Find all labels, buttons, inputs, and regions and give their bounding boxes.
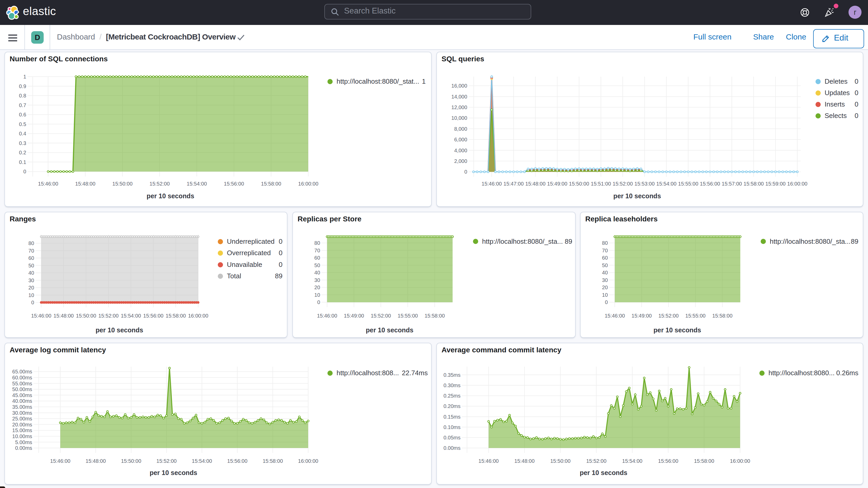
svg-text:45.00ms: 45.00ms — [12, 392, 32, 398]
svg-text:30: 30 — [314, 277, 320, 283]
svg-text:10: 10 — [314, 292, 320, 298]
svg-text:15:52:00: 15:52:00 — [613, 181, 633, 187]
svg-text:12,000: 12,000 — [452, 104, 467, 110]
svg-text:15:50:00: 15:50:00 — [112, 181, 132, 187]
svg-text:0.10ms: 0.10ms — [443, 424, 461, 430]
svg-text:15:55:00: 15:55:00 — [398, 313, 418, 318]
svg-text:0.25ms: 0.25ms — [443, 393, 461, 399]
svg-text:15:46:00: 15:46:00 — [317, 313, 337, 318]
svg-text:50: 50 — [314, 263, 320, 268]
svg-text:0.2: 0.2 — [19, 150, 26, 155]
svg-text:15:46:00: 15:46:00 — [38, 181, 58, 187]
svg-text:0.6: 0.6 — [19, 112, 26, 118]
svg-text:15:52:00: 15:52:00 — [156, 458, 177, 464]
svg-text:0.00ms: 0.00ms — [443, 445, 461, 451]
svg-text:50: 50 — [28, 263, 34, 268]
svg-text:15:54:00: 15:54:00 — [622, 458, 643, 464]
svg-text:15:58:00: 15:58:00 — [165, 313, 186, 318]
svg-text:15:47:00: 15:47:00 — [503, 181, 524, 187]
svg-text:0.7: 0.7 — [19, 102, 26, 108]
svg-text:30: 30 — [28, 277, 34, 283]
svg-text:0: 0 — [31, 300, 34, 305]
svg-text:20: 20 — [602, 284, 608, 290]
svg-text:15:51:00: 15:51:00 — [591, 181, 611, 187]
svg-text:15:50:00: 15:50:00 — [121, 458, 142, 464]
svg-text:0: 0 — [605, 299, 608, 305]
svg-text:per 10 seconds: per 10 seconds — [150, 469, 197, 476]
svg-text:80: 80 — [602, 240, 608, 246]
svg-text:15:46:00: 15:46:00 — [50, 458, 70, 464]
svg-text:55.00ms: 55.00ms — [12, 381, 32, 387]
svg-text:15:58:00: 15:58:00 — [263, 458, 283, 464]
svg-text:60: 60 — [602, 255, 608, 261]
svg-text:per 10 seconds: per 10 seconds — [580, 469, 627, 476]
svg-text:20: 20 — [314, 284, 320, 290]
svg-text:15:48:00: 15:48:00 — [86, 458, 106, 464]
svg-text:15:46:00: 15:46:00 — [482, 181, 502, 187]
svg-text:40: 40 — [314, 270, 320, 275]
svg-text:16:00:00: 16:00:00 — [787, 181, 807, 187]
svg-text:15:53:00: 15:53:00 — [634, 181, 655, 187]
svg-text:16:00:00: 16:00:00 — [730, 458, 750, 464]
svg-text:70: 70 — [602, 248, 608, 253]
svg-text:50: 50 — [602, 263, 608, 268]
svg-text:30: 30 — [602, 277, 608, 283]
svg-text:0.9: 0.9 — [19, 84, 26, 89]
svg-text:15:58:00: 15:58:00 — [425, 313, 445, 318]
svg-text:15:56:00: 15:56:00 — [700, 181, 720, 187]
svg-text:15:55:00: 15:55:00 — [678, 181, 698, 187]
svg-text:15:50:00: 15:50:00 — [569, 181, 589, 187]
svg-text:0.4: 0.4 — [19, 131, 26, 136]
svg-text:1: 1 — [23, 74, 26, 80]
svg-text:15:52:00: 15:52:00 — [98, 313, 119, 318]
svg-text:15:46:00: 15:46:00 — [478, 458, 499, 464]
svg-text:15:52:00: 15:52:00 — [586, 458, 607, 464]
svg-text:15:59:00: 15:59:00 — [765, 181, 786, 187]
svg-text:15:50:00: 15:50:00 — [550, 458, 570, 464]
svg-text:15:50:00: 15:50:00 — [76, 313, 96, 318]
svg-text:15:56:00: 15:56:00 — [658, 458, 678, 464]
svg-text:0.5: 0.5 — [19, 121, 26, 127]
svg-text:15:49:00: 15:49:00 — [547, 181, 567, 187]
svg-text:per 10 seconds: per 10 seconds — [147, 192, 194, 200]
svg-text:10,000: 10,000 — [452, 115, 467, 121]
svg-text:15:54:00: 15:54:00 — [656, 181, 677, 187]
svg-text:14,000: 14,000 — [452, 94, 467, 99]
svg-text:15:55:00: 15:55:00 — [685, 313, 706, 318]
svg-text:0.3: 0.3 — [19, 140, 26, 146]
svg-text:0.00ms: 0.00ms — [15, 445, 32, 451]
svg-text:15:52:00: 15:52:00 — [658, 313, 679, 318]
svg-text:15:48:00: 15:48:00 — [525, 181, 546, 187]
svg-text:40: 40 — [602, 270, 608, 275]
svg-text:15:46:00: 15:46:00 — [31, 313, 52, 318]
svg-text:20.00ms: 20.00ms — [12, 422, 32, 427]
svg-text:0.35ms: 0.35ms — [443, 372, 461, 378]
svg-text:5.00ms: 5.00ms — [15, 439, 32, 445]
svg-text:70: 70 — [314, 248, 320, 253]
svg-text:15:56:00: 15:56:00 — [143, 313, 163, 318]
svg-text:80: 80 — [314, 240, 320, 246]
svg-text:15:54:00: 15:54:00 — [192, 458, 212, 464]
svg-text:30.00ms: 30.00ms — [12, 410, 32, 416]
svg-text:16:00:00: 16:00:00 — [298, 181, 318, 187]
svg-text:40.00ms: 40.00ms — [12, 398, 32, 404]
svg-text:15:48:00: 15:48:00 — [514, 458, 534, 464]
svg-text:per 10 seconds: per 10 seconds — [366, 326, 413, 334]
svg-text:70: 70 — [28, 248, 34, 254]
svg-text:15:49:00: 15:49:00 — [631, 313, 652, 318]
svg-text:0.8: 0.8 — [19, 93, 26, 98]
svg-text:0: 0 — [317, 299, 320, 305]
svg-text:15:54:00: 15:54:00 — [121, 313, 141, 318]
svg-text:6,000: 6,000 — [454, 137, 467, 143]
svg-text:35.00ms: 35.00ms — [12, 404, 32, 410]
svg-text:0.15ms: 0.15ms — [443, 414, 461, 420]
svg-text:20: 20 — [28, 285, 34, 291]
svg-text:65.00ms: 65.00ms — [12, 369, 32, 374]
svg-text:per 10 seconds: per 10 seconds — [613, 192, 661, 200]
svg-text:10: 10 — [602, 292, 608, 298]
svg-text:15:46:00: 15:46:00 — [605, 313, 625, 318]
svg-text:40: 40 — [28, 270, 34, 276]
svg-text:60: 60 — [28, 255, 34, 261]
svg-text:0: 0 — [23, 169, 26, 174]
svg-text:15:48:00: 15:48:00 — [75, 181, 95, 187]
